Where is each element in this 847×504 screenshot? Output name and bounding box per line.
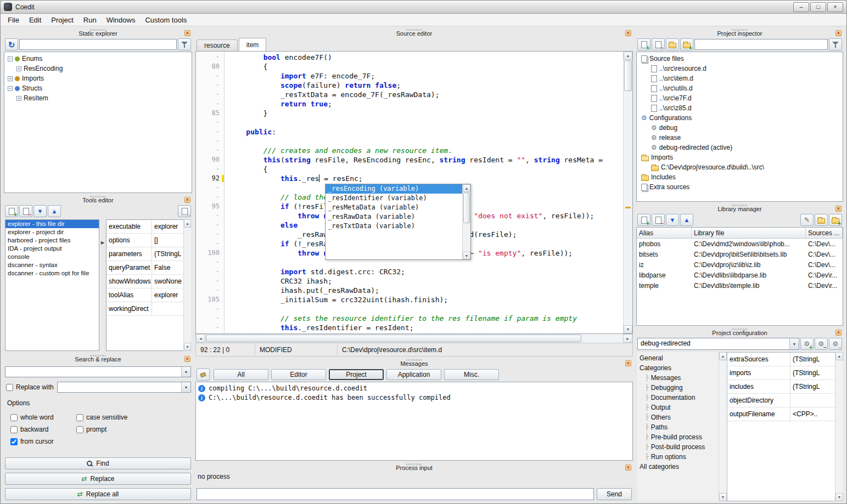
property-value[interactable]: (TStringL	[152, 250, 183, 258]
close-icon[interactable]: ×	[625, 360, 631, 366]
remove-tool-button[interactable]	[19, 205, 32, 217]
library-manager-header[interactable]: Library manager ×	[636, 204, 843, 213]
code-line[interactable]: import std.digest.crc: CRC32;	[229, 267, 623, 276]
categories-scrollbar[interactable]: ▲ ▼	[719, 352, 727, 501]
close-icon[interactable]: ×	[835, 330, 842, 336]
add-folder-sources-button[interactable]	[680, 38, 693, 50]
property-value[interactable]: swoNone	[152, 278, 183, 285]
completion-item[interactable]: _resIdentifier (variable)	[326, 194, 462, 203]
search-replace-header[interactable]: Search & replace ×	[4, 354, 192, 363]
maximize-button[interactable]: □	[810, 2, 826, 12]
editor-horizontal-scrollbar[interactable]: ◄ ►	[195, 334, 633, 343]
project-inspector-header[interactable]: Project inspector ×	[636, 29, 843, 37]
property-value[interactable]: (TStringL	[790, 355, 835, 363]
panel-grip[interactable]	[406, 359, 423, 361]
tree-item[interactable]: Imports	[637, 152, 843, 162]
checkbox-input[interactable]	[76, 414, 83, 421]
column-header-3[interactable]: Sources ...	[806, 228, 843, 238]
category-item[interactable]: All categories	[637, 462, 719, 472]
panel-grip[interactable]	[90, 355, 106, 356]
close-icon[interactable]: ×	[625, 465, 631, 471]
category-item[interactable]: ├Run options	[637, 452, 719, 462]
panel-grip[interactable]	[732, 205, 748, 206]
tree-item[interactable]: +ResItem	[4, 93, 192, 103]
table-row[interactable]: phobosC:\Dev\dmd2\windows\lib\phob...C:\…	[637, 239, 843, 249]
title-bar[interactable]: Coedit – □ ×	[1, 1, 846, 14]
property-value[interactable]: explorer	[152, 291, 183, 299]
filter-button-editor[interactable]: Editor	[271, 369, 326, 380]
property-grid-gutter[interactable]: ▶	[99, 219, 106, 351]
option-from-cursor[interactable]: from cursor	[10, 438, 76, 445]
add-library-button[interactable]	[637, 214, 650, 226]
scroll-down-icon[interactable]: ▼	[835, 493, 843, 501]
tree-item[interactable]: Extra sources	[637, 182, 843, 192]
option-case-sensitive[interactable]: case sensitive	[76, 414, 192, 421]
project-configuration-header[interactable]: Project configuration ×	[636, 328, 843, 337]
code-line[interactable]: public:	[229, 127, 623, 137]
tool-list-item[interactable]: IDA - project output	[5, 245, 99, 253]
code-line[interactable]	[229, 304, 623, 314]
code-line[interactable]: scope(failure) return false;	[229, 81, 623, 90]
menu-item-run[interactable]: Run	[78, 14, 102, 26]
tree-item[interactable]: ⚙release	[637, 133, 843, 143]
move-tool-down-button[interactable]: ▼	[33, 205, 47, 217]
scroll-down-icon[interactable]: ▼	[463, 252, 470, 259]
category-item[interactable]: Categories	[637, 363, 719, 373]
replace-button[interactable]: ⇄ Replace	[5, 473, 191, 485]
scroll-up-icon[interactable]: ▲	[835, 352, 843, 360]
tab-resource[interactable]: resource	[197, 39, 238, 51]
property-row[interactable]: workingDirect	[106, 302, 183, 316]
message-row[interactable]: icompiling C:\...\build\resource.d.coedi…	[196, 384, 632, 393]
checkbox-input[interactable]	[10, 426, 18, 433]
tools-grid-scrollbar[interactable]: ▲ ▼	[183, 219, 191, 351]
code-line[interactable]: {	[229, 62, 623, 71]
clear-messages-button[interactable]	[197, 369, 210, 381]
scroll-down-icon[interactable]: ▼	[184, 343, 191, 351]
add-source-button[interactable]	[637, 38, 650, 50]
tree-item[interactable]: ..\src\e7F.d	[637, 93, 843, 103]
find-button[interactable]: Find	[5, 457, 191, 469]
chevron-down-icon[interactable]: ▼	[181, 382, 190, 392]
send-button[interactable]: Send	[597, 488, 632, 500]
refresh-button[interactable]: ↻	[5, 38, 18, 50]
close-icon[interactable]: ×	[835, 206, 842, 212]
property-row[interactable]: outputFilename<CPP>..	[727, 407, 835, 421]
category-item[interactable]: ├Messages	[637, 373, 719, 383]
code-line[interactable]: /// creates and encodes a new resource i…	[229, 146, 623, 155]
remove-configuration-button[interactable]: ⚙	[815, 338, 828, 350]
code-line[interactable]: bool encodee7F()	[229, 53, 623, 62]
menu-item-project[interactable]: Project	[46, 14, 78, 26]
table-row[interactable]: izC:\Dev\dproj\iz\lib\iz.libC:\Dev\...	[637, 259, 843, 270]
category-item[interactable]: ├Output	[637, 403, 719, 412]
completion-item[interactable]: _resMetaData (variable)	[326, 203, 462, 212]
column-header-2[interactable]: Library file	[692, 228, 806, 238]
menu-item-windows[interactable]: Windows	[102, 14, 141, 26]
scrollbar-thumb[interactable]	[206, 335, 581, 342]
expand-icon[interactable]: +	[16, 66, 21, 71]
checkbox-input[interactable]	[10, 438, 18, 445]
configuration-grid-scrollbar[interactable]: ▲ ▼	[835, 352, 843, 501]
property-value[interactable]: (TStringL	[790, 383, 835, 390]
tree-item[interactable]: ..\src\z85.d	[637, 103, 843, 113]
process-input-header[interactable]: Process input ×	[195, 463, 633, 472]
panel-grip[interactable]	[406, 463, 423, 465]
tree-item[interactable]: +ResEncoding	[4, 64, 192, 73]
close-icon[interactable]: ×	[835, 30, 842, 36]
code-line[interactable]: {	[229, 165, 623, 174]
static-explorer-header[interactable]: Static explorer ×	[4, 29, 192, 37]
code-line[interactable]: }	[229, 109, 623, 118]
add-tool-button[interactable]	[5, 205, 18, 217]
code-line[interactable]: _resTxtData = encode_7F(_resRawData);	[229, 90, 623, 99]
checkbox-input[interactable]	[76, 426, 83, 433]
panel-grip[interactable]	[90, 196, 106, 197]
configuration-selector[interactable]: debug-redirected ▼	[637, 338, 799, 350]
move-library-up-button[interactable]: ▲	[680, 214, 693, 226]
message-row[interactable]: iC:\...\build\resource.d.coedit has been…	[196, 393, 632, 403]
code-line[interactable]: this._resIdentifier = resIdent;	[229, 323, 623, 332]
tree-item[interactable]: Includes	[637, 172, 843, 182]
completion-item[interactable]: _resRawData (variable)	[326, 212, 462, 222]
code-line[interactable]: _initialSum = crc322uint(ihash.finish);	[229, 295, 623, 304]
replace-all-button[interactable]: ⇄ Replace all	[5, 488, 191, 500]
tree-item[interactable]: −Structs	[4, 83, 192, 93]
replace-with-checkbox-input[interactable]	[6, 384, 13, 391]
